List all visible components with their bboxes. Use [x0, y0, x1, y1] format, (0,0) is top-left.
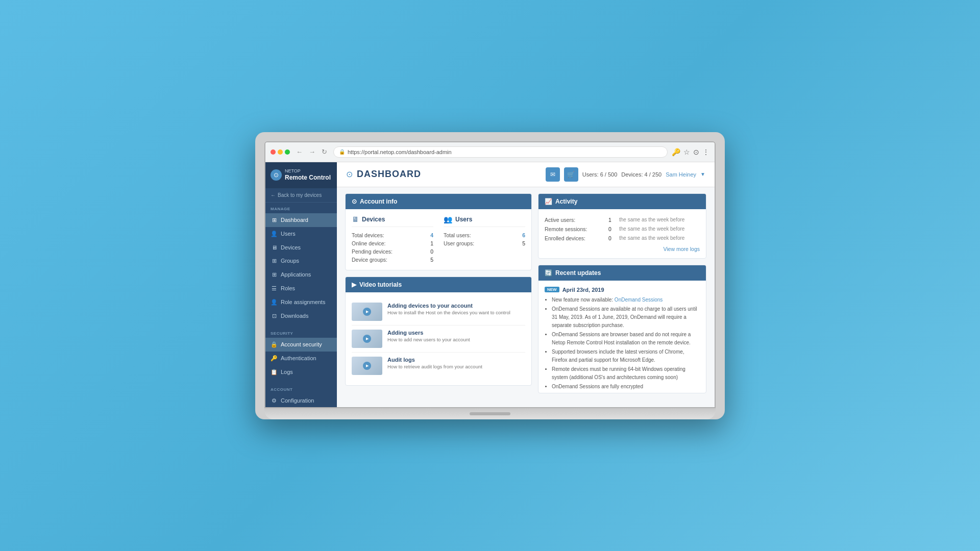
- activity-body: Active users: 1 the same as the week bef…: [538, 209, 706, 258]
- back-arrow-icon[interactable]: ←: [294, 147, 305, 157]
- online-device-value: 1: [430, 240, 433, 246]
- devices-section: 🖥 Devices Total devices: 4 Online device…: [352, 215, 433, 264]
- sidebar-item-authentication[interactable]: 🔑 Authentication: [265, 352, 337, 365]
- close-window-button[interactable]: [271, 149, 276, 155]
- minimize-window-button[interactable]: [278, 149, 283, 155]
- play-button-2[interactable]: ▶: [363, 362, 371, 370]
- sidebar-item-roles[interactable]: ☰ Roles: [265, 282, 337, 295]
- tutorial-text-2: Audit logs How to retrieve audit logs fr…: [387, 357, 482, 369]
- sidebar-item-label: Applications: [281, 271, 311, 278]
- tutorial-thumb-0[interactable]: ▶: [352, 303, 382, 321]
- address-bar[interactable]: 🔒 https://portal.netop.com/dashboard-adm…: [333, 146, 668, 158]
- users-icon: 👤: [271, 231, 278, 237]
- sidebar-item-devices[interactable]: 🖥 Devices: [265, 241, 337, 254]
- user-groups-value: 5: [522, 240, 525, 246]
- tutorial-title-2: Audit logs: [387, 357, 482, 363]
- logs-icon: 📋: [271, 369, 278, 375]
- sidebar-item-label: Devices: [281, 244, 301, 251]
- back-label: Back to my devices: [278, 192, 322, 198]
- users-stat: Users: 6 / 500: [582, 171, 617, 178]
- logo-brand: Remote Control: [285, 174, 331, 182]
- reload-icon[interactable]: ↻: [320, 147, 329, 157]
- sidebar-item-downloads[interactable]: ⊡ Downloads: [265, 309, 337, 323]
- current-user[interactable]: Sam Heiney: [666, 171, 696, 178]
- downloads-icon: ⊡: [271, 313, 278, 319]
- content-right: 📈 Activity Active users: 1 the same as t…: [538, 193, 706, 401]
- dashboard-title-icon: ⊙: [346, 169, 353, 179]
- maximize-window-button[interactable]: [285, 149, 290, 155]
- url-text: https://portal.netop.com/dashboard-admin: [348, 149, 452, 155]
- pending-devices-value: 0: [430, 248, 433, 255]
- browser-navigation: ← → ↻: [294, 147, 329, 157]
- active-users-value: 1: [605, 217, 615, 223]
- sidebar-item-role-assignments[interactable]: 👤 Role assignments: [265, 295, 337, 309]
- video-tutorials-body: ▶ Adding devices to your account How to …: [346, 292, 531, 385]
- sidebar-item-logs[interactable]: 📋 Logs: [265, 365, 337, 379]
- sidebar-item-applications[interactable]: ⊞ Applications: [265, 268, 337, 282]
- active-users-label: Active users:: [545, 217, 601, 223]
- tutorial-desc-1: How to add new users to your account: [387, 337, 470, 342]
- laptop-base: [264, 408, 716, 419]
- active-users-row: Active users: 1 the same as the week bef…: [545, 215, 700, 224]
- sidebar-item-users[interactable]: 👤 Users: [265, 227, 337, 241]
- play-button-1[interactable]: ▶: [363, 335, 371, 343]
- activity-title: Activity: [555, 198, 577, 205]
- total-users-value: 6: [522, 232, 525, 238]
- tutorial-thumb-2[interactable]: ▶: [352, 357, 382, 375]
- recent-updates-icon: 🔄: [545, 269, 552, 277]
- device-groups-value: 5: [430, 257, 433, 263]
- user-groups-label: User groups:: [444, 240, 474, 246]
- device-groups-label: Device groups:: [352, 257, 387, 263]
- account-info-body: 🖥 Devices Total devices: 4 Online device…: [346, 209, 531, 270]
- view-more-logs-link[interactable]: View more logs: [545, 243, 700, 252]
- devices-icon: 🖥: [271, 244, 278, 251]
- sidebar-item-label: Downloads: [281, 313, 308, 319]
- sidebar-item-label: Account security: [281, 341, 322, 347]
- video-tutorials-icon: ▶: [352, 281, 356, 288]
- activity-header: 📈 Activity: [538, 194, 706, 209]
- configuration-icon: ⚙: [271, 397, 278, 404]
- account-security-icon: 🔒: [271, 341, 278, 348]
- sidebar-item-dashboard[interactable]: ⊞ Dashboard: [265, 213, 337, 227]
- play-button-0[interactable]: ▶: [363, 308, 371, 316]
- forward-arrow-icon[interactable]: →: [307, 147, 317, 157]
- sidebar: ⊙ NETOP Remote Control ← Back to my devi…: [265, 162, 337, 407]
- devices-section-label: Devices: [362, 216, 385, 223]
- pending-devices-label: Pending devices:: [352, 248, 393, 255]
- top-header: ⊙ DASHBOARD ✉ 🛒 Users: 6 / 500 Devices: …: [337, 162, 715, 187]
- ondemand-sessions-link[interactable]: OnDemand Sessions: [615, 297, 663, 303]
- role-assignments-icon: 👤: [271, 299, 278, 306]
- sidebar-item-label: Roles: [281, 285, 295, 291]
- sidebar-logo: ⊙ NETOP Remote Control: [265, 162, 337, 188]
- tutorial-text-1: Adding users How to add new users to you…: [387, 330, 470, 342]
- app-layout: ⊙ NETOP Remote Control ← Back to my devi…: [265, 162, 715, 407]
- tutorial-desc-0: How to install the Host on the devices y…: [387, 310, 510, 315]
- sidebar-item-label: Role assignments: [281, 299, 325, 305]
- account-info-icon: ⊙: [352, 198, 357, 205]
- email-button[interactable]: ✉: [546, 167, 560, 182]
- devices-stat: Devices: 4 / 250: [621, 171, 662, 178]
- content-left: ⊙ Account info 🖥 Devices: [345, 193, 532, 401]
- profile-icon[interactable]: ⊙: [693, 148, 699, 156]
- account-info-card: ⊙ Account info 🖥 Devices: [345, 193, 532, 270]
- authentication-icon: 🔑: [271, 355, 278, 362]
- star-icon[interactable]: ☆: [683, 148, 690, 156]
- back-to-devices-link[interactable]: ← Back to my devices: [265, 188, 337, 203]
- tutorial-title-1: Adding users: [387, 330, 470, 336]
- browser-toolbar-icons: 🔑 ☆ ⊙ ⋮: [672, 148, 709, 156]
- update-item-5: OnDemand Sessions are fully encrypted: [552, 383, 700, 391]
- browser-chrome: ← → ↻ 🔒 https://portal.netop.com/dashboa…: [265, 142, 715, 162]
- account-info-header: ⊙ Account info: [346, 194, 531, 209]
- sidebar-item-account-security[interactable]: 🔒 Account security: [265, 338, 337, 352]
- sidebar-item-configuration[interactable]: ⚙ Configuration: [265, 394, 337, 407]
- update-item-4: Remote devices must be running 64-bit Wi…: [552, 365, 700, 382]
- tutorial-item-2: ▶ Audit logs How to retrieve audit logs …: [352, 353, 525, 379]
- recent-updates-header: 🔄 Recent updates: [538, 265, 706, 281]
- user-dropdown-icon[interactable]: ▼: [700, 171, 705, 177]
- cart-button[interactable]: 🛒: [564, 167, 578, 182]
- devices-section-icon: 🖥: [352, 215, 359, 223]
- tutorial-thumb-1[interactable]: ▶: [352, 330, 382, 348]
- menu-icon[interactable]: ⋮: [702, 148, 709, 156]
- sidebar-item-groups[interactable]: ⊞ Groups: [265, 254, 337, 268]
- total-devices-label: Total devices:: [352, 232, 384, 238]
